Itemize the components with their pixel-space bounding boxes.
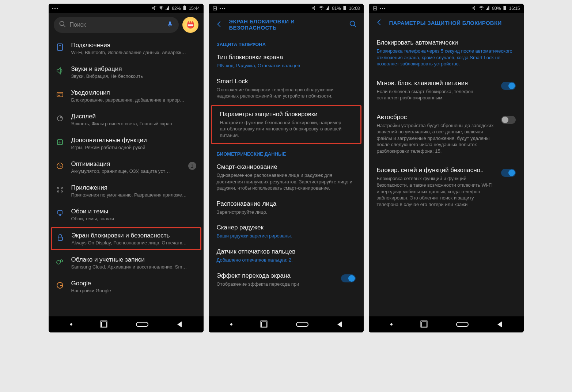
screen-secure-lock-settings: 80% 16:15 ПАРАМЕТРЫ ЗАЩИТНОЙ БЛОКИРОВКИ … <box>369 4 524 332</box>
item-notifications[interactable]: УведомленияБлокирование, разрешение, доб… <box>49 84 204 108</box>
section-biometrics: БИОМЕТРИЧЕСКИЕ ДАННЫЕ <box>209 145 364 159</box>
signal-icon <box>325 5 330 12</box>
item-wallpaper[interactable]: Обои и темыОбои, темы, значки <box>49 203 204 227</box>
item-smart-scan[interactable]: Смарт-сканирование Одновременное распозн… <box>209 159 364 196</box>
signal-icon <box>485 5 490 12</box>
back-button[interactable] <box>375 18 383 27</box>
svg-point-8 <box>60 117 62 118</box>
block-networks-toggle[interactable] <box>501 169 516 177</box>
signal-icon <box>165 5 170 12</box>
item-display[interactable]: ДисплейЯркость, Фильтр синего света, Гла… <box>49 108 204 132</box>
svg-point-17 <box>57 260 60 264</box>
mute-icon <box>472 5 477 12</box>
navigation-bar <box>209 316 364 332</box>
svg-rect-6 <box>57 92 63 97</box>
svg-rect-2 <box>184 5 186 6</box>
clock: 15:44 <box>189 6 200 11</box>
clock: 16:08 <box>349 6 360 11</box>
power-key-toggle[interactable] <box>501 82 516 90</box>
screen-lockscreen-security: 81% 16:08 ЭКРАН БЛОКИРОВКИ И БЕЗОПАСНОСТ… <box>209 4 364 332</box>
item-block-networks[interactable]: Блокир. сетей и функций безопасно.. Блок… <box>369 159 524 212</box>
item-transition-effect[interactable]: Эффект перехода экрана Отображение эффек… <box>209 268 364 292</box>
page-header: ПАРАМЕТРЫ ЗАЩИТНОЙ БЛОКИРОВКИ <box>369 13 524 33</box>
battery-pct: 81% <box>332 6 341 11</box>
item-lock-type[interactable]: Тип блокировки экрана PIN-код, Радужка, … <box>209 49 364 73</box>
svg-point-12 <box>61 187 62 189</box>
navigation-bar <box>49 316 204 332</box>
wifi-icon <box>319 5 324 12</box>
navigation-bar <box>369 316 524 332</box>
nav-back[interactable] <box>497 321 502 327</box>
mute-icon <box>312 5 317 12</box>
item-face-recognition[interactable]: Распознавание лица Зарегистрируйте лицо. <box>209 196 364 220</box>
item-google[interactable]: GoogleНастройки Google <box>49 275 204 296</box>
sounds-icon <box>55 66 65 76</box>
item-power-key-lock[interactable]: Мгнов. блок. клавишей питания Если включ… <box>369 72 524 106</box>
header-search-button[interactable] <box>349 20 357 29</box>
item-fingerprint[interactable]: Датчик отпечатков пальцев Добавлено отпе… <box>209 244 364 268</box>
svg-rect-28 <box>504 6 506 10</box>
svg-rect-4 <box>169 22 171 25</box>
nav-home[interactable] <box>136 322 148 327</box>
svg-point-14 <box>61 191 62 192</box>
item-lockscreen-security[interactable]: Экран блокировки и безопасностьAlways On… <box>51 227 201 250</box>
status-bar: 82% 15:44 <box>49 4 204 13</box>
content: Блокировать автоматически Блокировка тел… <box>369 33 524 316</box>
cloud-icon <box>55 257 65 266</box>
header-title: ПАРАМЕТРЫ ЗАЩИТНОЙ БЛОКИРОВКИ <box>389 20 502 26</box>
transition-toggle[interactable] <box>341 274 356 282</box>
item-connections[interactable]: ПодключенияWi-Fi, Bluetooth, Использован… <box>49 37 204 60</box>
item-advanced[interactable]: Дополнительные функцииИгры, Режим работы… <box>49 132 204 155</box>
nav-recents[interactable] <box>101 321 107 327</box>
svg-rect-15 <box>58 210 62 214</box>
nav-dot <box>230 323 232 326</box>
screenshot-icon <box>372 6 378 11</box>
nav-home[interactable] <box>456 322 469 327</box>
wallpaper-icon <box>55 209 65 218</box>
nav-back[interactable] <box>337 321 342 327</box>
battery-icon <box>182 5 187 12</box>
svg-point-11 <box>57 187 59 189</box>
status-bar: 81% 16:08 <box>209 4 364 13</box>
item-cloud-accounts[interactable]: Облако и учетные записиSamsung Cloud, Ар… <box>49 251 204 275</box>
svg-point-13 <box>57 191 59 192</box>
battery-icon <box>502 5 507 12</box>
page-header: ЭКРАН БЛОКИРОВКИ И БЕЗОПАСНОСТЬ <box>209 13 364 36</box>
item-auto-lock[interactable]: Блокировать автоматически Блокировка тел… <box>369 33 524 72</box>
battery-pct: 82% <box>172 6 181 11</box>
wifi-icon <box>479 5 484 12</box>
item-sounds[interactable]: Звуки и вибрацияЗвуки, Вибрация, Не бесп… <box>49 60 204 84</box>
search-input[interactable]: Поиск <box>54 17 179 33</box>
svg-point-0 <box>161 9 162 10</box>
svg-rect-23 <box>344 6 346 10</box>
svg-point-3 <box>60 22 64 26</box>
item-smart-lock[interactable]: Smart Lock Отключение блокировки телефон… <box>209 73 364 104</box>
item-secure-lock-settings[interactable]: Параметры защитной блокировки Настройте … <box>211 105 361 144</box>
nav-back[interactable] <box>177 321 182 327</box>
auto-reset-toggle[interactable] <box>501 116 516 124</box>
svg-point-22 <box>321 9 322 10</box>
item-optimization[interactable]: ОптимизацияАккумулятор, хранилище, ОЗУ, … <box>49 155 204 179</box>
nav-recents[interactable] <box>421 321 427 327</box>
item-auto-reset[interactable]: Автосброс Настройки устройства будут сбр… <box>369 106 524 159</box>
advanced-icon <box>55 137 65 147</box>
voice-icon[interactable] <box>166 20 174 29</box>
item-iris-scanner[interactable]: Сканер радужек Ваши радужки зарегистриро… <box>209 220 364 244</box>
svg-point-21 <box>214 8 216 9</box>
profile-avatar[interactable]: 📛 <box>182 17 198 33</box>
screen-settings-main: 82% 15:44 Поиск 📛 ПодключенияWi-Fi, Blue… <box>49 4 204 332</box>
screenshot-icon <box>212 6 217 11</box>
item-apps[interactable]: ПриложенияПриложения по умолчанию, Разре… <box>49 179 204 203</box>
nav-home[interactable] <box>296 322 308 327</box>
content: ЗАЩИТА ТЕЛЕФОНА Тип блокировки экрана PI… <box>209 36 364 316</box>
back-button[interactable] <box>215 20 223 29</box>
svg-rect-16 <box>58 237 62 240</box>
connections-icon <box>55 42 65 52</box>
optimization-icon <box>55 161 65 171</box>
header-title: ЭКРАН БЛОКИРОВКИ И БЕЗОПАСНОСТЬ <box>229 18 343 31</box>
display-icon <box>55 114 65 123</box>
notifications-icon <box>55 90 65 99</box>
section-phone-protection: ЗАЩИТА ТЕЛЕФОНА <box>209 36 364 49</box>
apps-icon <box>55 185 65 194</box>
nav-recents[interactable] <box>261 321 267 327</box>
